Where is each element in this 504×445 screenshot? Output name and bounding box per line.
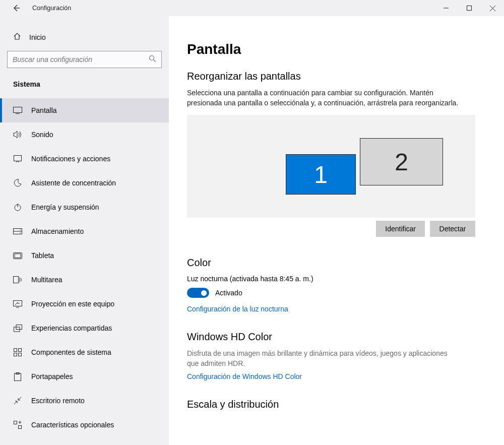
window-title: Configuración: [32, 5, 71, 12]
sidebar-item-sonido[interactable]: Sonido: [0, 122, 169, 147]
rearrange-heading: Reorganizar las pantallas: [187, 71, 484, 82]
components-icon: [13, 348, 22, 357]
rearrange-desc: Selecciona una pantalla a continuación p…: [187, 88, 469, 108]
svg-rect-0: [467, 6, 472, 11]
toggle-state-label: Activado: [215, 289, 242, 297]
project-icon: [13, 299, 22, 308]
maximize-button[interactable]: [458, 0, 481, 16]
monitor-2[interactable]: 2: [360, 138, 443, 185]
sidebar-item-escritorio-remoto[interactable]: Escritorio remoto: [0, 389, 169, 413]
titlebar: Configuración: [0, 0, 504, 16]
sidebar-item-label: Notificaciones y acciones: [31, 155, 110, 163]
back-button[interactable]: [9, 1, 23, 15]
content-area: Pantalla Reorganizar las pantallas Selec…: [169, 16, 504, 445]
home-icon: [13, 32, 21, 42]
sound-icon: [13, 130, 22, 139]
sidebar-item-label: Escritorio remoto: [31, 397, 85, 405]
storage-icon: [13, 227, 22, 236]
sidebar-item-label: Pantalla: [31, 106, 57, 114]
svg-rect-14: [14, 349, 17, 352]
home-link[interactable]: Inicio: [0, 28, 169, 46]
section-label: Sistema: [0, 77, 169, 98]
svg-rect-17: [19, 353, 22, 356]
home-label: Inicio: [29, 33, 46, 41]
monitor-arrangement-area[interactable]: 2 1: [187, 115, 475, 218]
hd-color-desc: Disfruta de una imagen más brillante y d…: [187, 349, 449, 368]
multitask-icon: [13, 275, 22, 284]
svg-rect-2: [14, 107, 22, 113]
sidebar-item-label: Proyección en este equipo: [31, 300, 114, 308]
svg-rect-10: [14, 277, 19, 283]
sidebar-item-label: Energía y suspensión: [31, 203, 99, 211]
arrow-left-icon: [12, 4, 20, 12]
sidebar-item-label: Portapapeles: [31, 372, 73, 380]
monitor-1[interactable]: 1: [286, 154, 356, 195]
sidebar-item-notificaciones[interactable]: Notificaciones y acciones: [0, 147, 169, 171]
toggle-knob: [201, 290, 207, 296]
sidebar-item-almacenamiento[interactable]: Almacenamiento: [0, 219, 169, 243]
sidebar-item-pantalla[interactable]: Pantalla: [0, 98, 169, 122]
sidebar-item-experiencias[interactable]: Experiencias compartidas: [0, 316, 169, 340]
search-icon: [149, 55, 156, 64]
detect-button[interactable]: Detectar: [430, 221, 475, 237]
svg-point-1: [150, 56, 154, 60]
svg-rect-20: [14, 421, 17, 424]
sidebar-item-asistente[interactable]: Asistente de concentración: [0, 171, 169, 195]
search-input-wrap[interactable]: [7, 51, 162, 68]
sidebar-item-label: Componentes de sistema: [31, 348, 111, 356]
svg-rect-3: [14, 156, 22, 161]
shared-icon: [13, 324, 22, 333]
svg-rect-21: [19, 426, 22, 429]
clipboard-icon: [13, 372, 22, 381]
sidebar-item-proyeccion[interactable]: Proyección en este equipo: [0, 292, 169, 316]
sidebar-item-label: Multitarea: [31, 276, 62, 284]
minimize-icon: [444, 6, 449, 11]
search-input[interactable]: [13, 55, 149, 63]
minimize-button[interactable]: [434, 0, 458, 16]
color-heading: Color: [187, 257, 484, 269]
svg-rect-15: [19, 349, 22, 352]
sidebar-item-tableta[interactable]: Tableta: [0, 243, 169, 268]
monitor-2-label: 2: [395, 148, 408, 176]
page-title: Pantalla: [187, 41, 484, 57]
tablet-icon: [13, 251, 22, 260]
sidebar-item-label: Almacenamiento: [31, 227, 84, 235]
sidebar-item-label: Tableta: [31, 251, 54, 260]
optional-icon: [13, 420, 22, 429]
svg-rect-16: [14, 353, 17, 356]
sidebar-item-label: Asistente de concentración: [31, 179, 116, 187]
night-light-toggle[interactable]: [187, 288, 209, 298]
sidebar-item-label: Sonido: [31, 131, 53, 139]
night-light-label: Luz nocturna (activada hasta 8:45 a. m.): [187, 275, 484, 283]
svg-point-7: [20, 232, 21, 233]
sidebar-item-multitarea[interactable]: Multitarea: [0, 268, 169, 292]
notifications-icon: [13, 154, 22, 163]
sidebar: Inicio Sistema Pantalla Sonido: [0, 16, 169, 445]
close-button[interactable]: [481, 0, 504, 16]
hd-color-settings-link[interactable]: Configuración de Windows HD Color: [187, 372, 302, 380]
sidebar-item-label: Experiencias compartidas: [31, 324, 112, 332]
monitor-1-label: 1: [314, 161, 328, 188]
svg-rect-18: [15, 373, 21, 381]
remote-icon: [13, 396, 22, 405]
svg-rect-9: [15, 253, 21, 258]
svg-point-6: [20, 229, 21, 230]
maximize-icon: [467, 6, 472, 11]
sidebar-item-portapapeles[interactable]: Portapapeles: [0, 364, 169, 389]
power-icon: [13, 203, 22, 212]
moon-icon: [13, 178, 22, 187]
close-icon: [490, 6, 495, 11]
identify-button[interactable]: Identificar: [376, 221, 425, 237]
display-icon: [13, 106, 22, 115]
hd-color-heading: Windows HD Color: [187, 331, 484, 343]
scale-heading: Escala y distribución: [187, 399, 484, 410]
night-light-settings-link[interactable]: Configuración de la luz nocturna: [187, 305, 288, 313]
sidebar-item-componentes[interactable]: Componentes de sistema: [0, 340, 169, 364]
sidebar-item-label: Características opcionales: [31, 421, 114, 429]
sidebar-item-caracteristicas[interactable]: Características opcionales: [0, 413, 169, 437]
sidebar-item-energia[interactable]: Energía y suspensión: [0, 195, 169, 219]
